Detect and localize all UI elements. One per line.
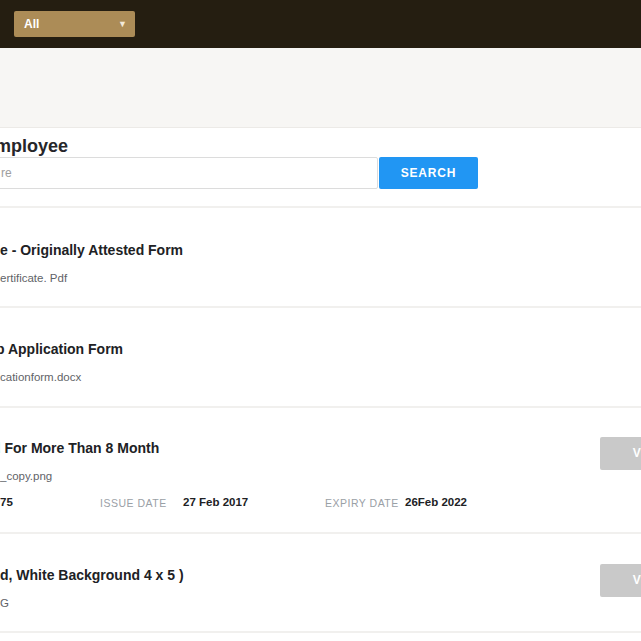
search-button[interactable]: SEARCH (379, 157, 478, 189)
filter-dropdown[interactable]: All ▼ (14, 11, 135, 37)
page-title: mployee (0, 136, 68, 157)
document-filename: G (0, 597, 9, 609)
divider (0, 306, 641, 308)
document-filename: cationform.docx (0, 371, 81, 383)
document-number: 75 (0, 496, 13, 508)
divider (0, 631, 641, 633)
filter-dropdown-value: All (24, 17, 39, 31)
document-filename: ertificate. Pdf (0, 272, 67, 284)
search-input[interactable] (0, 157, 378, 189)
document-meta-row: 75 ISSUE DATE 27 Feb 2017 EXPIRY DATE 26… (0, 496, 641, 512)
expiry-date-label: EXPIRY DATE (325, 497, 399, 509)
app-bar: All ▼ (0, 0, 641, 48)
chevron-down-icon: ▼ (118, 19, 127, 29)
divider (0, 532, 641, 534)
view-button[interactable]: VIEW (600, 564, 641, 597)
document-title: e - Originally Attested Form (0, 242, 183, 258)
document-title: d, White Background 4 x 5 ) (0, 567, 184, 583)
expiry-date-value: 26Feb 2022 (405, 496, 467, 508)
view-button[interactable]: VIEW (600, 437, 641, 470)
divider (0, 206, 641, 208)
divider (0, 406, 641, 408)
document-filename: _copy.png (0, 470, 52, 482)
issue-date-label: ISSUE DATE (100, 497, 167, 509)
document-title: p Application Form (0, 341, 123, 357)
document-title: d For More Than 8 Month (0, 440, 159, 456)
page-title-band: mployee (0, 48, 641, 128)
issue-date-value: 27 Feb 2017 (183, 496, 248, 508)
